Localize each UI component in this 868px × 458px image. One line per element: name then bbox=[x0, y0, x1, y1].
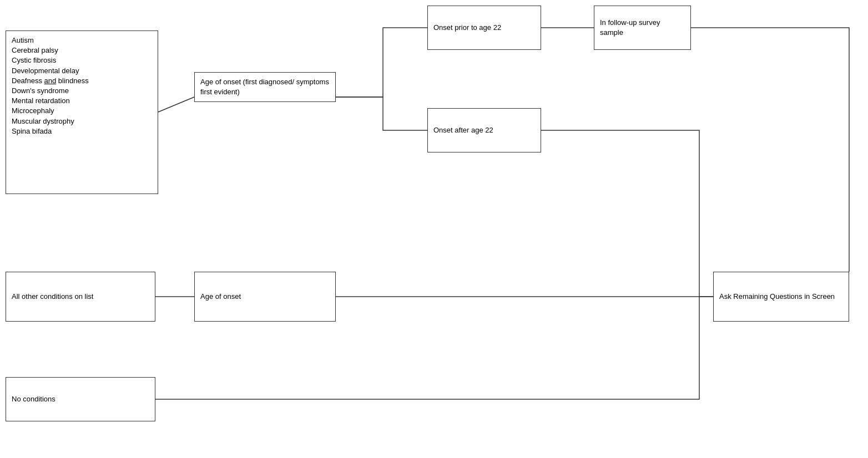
condition-cerebral-palsy: Cerebral palsy bbox=[12, 46, 58, 54]
age-onset-first-box: Age of onset (first diagnosed/ symptoms … bbox=[194, 72, 336, 102]
condition-deafness-blindness: Deafness and blindness bbox=[12, 77, 89, 85]
no-conditions-label: No conditions bbox=[12, 394, 55, 404]
condition-mental-retardation: Mental retardation bbox=[12, 96, 70, 105]
condition-muscular-dystrophy: Muscular dystrophy bbox=[12, 117, 74, 125]
age-onset-first-label: Age of onset (first diagnosed/ symptoms … bbox=[200, 78, 329, 96]
all-other-label: All other conditions on list bbox=[12, 292, 93, 302]
in-followup-label: In follow-up survey sample bbox=[600, 18, 685, 38]
condition-spina-bifada: Spina bifada bbox=[12, 127, 52, 135]
condition-microcephaly: Microcephaly bbox=[12, 106, 54, 115]
ask-remaining-label: Ask Remaining Questions in Screen bbox=[719, 292, 835, 302]
in-followup-box: In follow-up survey sample bbox=[594, 6, 691, 50]
onset-prior-label: Onset prior to age 22 bbox=[433, 23, 501, 33]
condition-cystic-fibrosis: Cystic fibrosis bbox=[12, 56, 56, 64]
onset-after-box: Onset after age 22 bbox=[427, 108, 541, 152]
onset-prior-box: Onset prior to age 22 bbox=[427, 6, 541, 50]
diagram: Autism Cerebral palsy Cystic fibrosis De… bbox=[0, 0, 868, 458]
onset-after-label: Onset after age 22 bbox=[433, 125, 493, 135]
condition-downs-syndrome: Down's syndrome bbox=[12, 86, 69, 95]
condition-autism: Autism bbox=[12, 36, 34, 44]
age-onset-simple-label: Age of onset bbox=[200, 292, 241, 302]
all-other-conditions-box: All other conditions on list bbox=[6, 272, 155, 322]
condition-developmental-delay: Developmental delay bbox=[12, 67, 79, 75]
age-onset-simple-box: Age of onset bbox=[194, 272, 336, 322]
no-conditions-box: No conditions bbox=[6, 377, 155, 421]
ask-remaining-box: Ask Remaining Questions in Screen bbox=[713, 272, 849, 322]
svg-line-0 bbox=[158, 97, 194, 112]
conditions-list-box: Autism Cerebral palsy Cystic fibrosis De… bbox=[6, 30, 158, 194]
